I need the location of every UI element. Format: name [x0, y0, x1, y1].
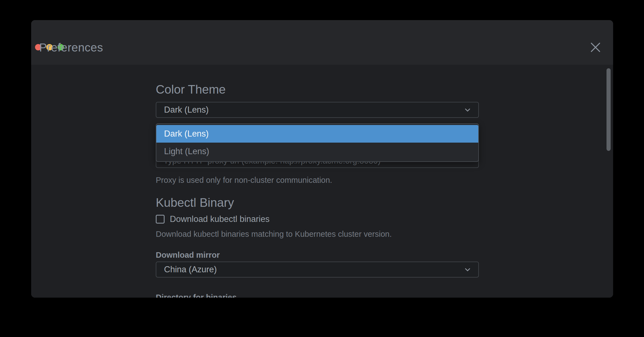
proxy-help-text: Proxy is used only for non-cluster commu… — [156, 175, 332, 185]
close-button[interactable] — [588, 40, 603, 55]
download-mirror-select[interactable]: China (Azure) — [156, 262, 479, 278]
download-mirror-select-value: China (Azure) — [164, 265, 217, 275]
kubectl-help-text: Download kubectl binaries matching to Ku… — [156, 229, 392, 239]
preferences-content: Color Theme Dark (Lens) Dark (Lens) Ligh… — [31, 65, 613, 298]
page-title: Preferences — [39, 41, 103, 54]
chevron-down-icon — [463, 106, 472, 114]
preferences-window: Preferences Color Theme Dark (Lens) — [31, 20, 613, 298]
directory-for-binaries-label: Directory for binaries — [156, 293, 237, 298]
download-kubectl-checkbox-row[interactable]: Download kubectl binaries — [156, 214, 270, 224]
dropdown-option-light-lens[interactable]: Light (Lens) — [156, 143, 478, 160]
download-kubectl-label: Download kubectl binaries — [170, 214, 270, 224]
download-mirror-label: Download mirror — [156, 250, 220, 260]
color-theme-select[interactable]: Dark (Lens) — [156, 102, 479, 118]
color-theme-select-value: Dark (Lens) — [164, 105, 209, 115]
checkbox-icon[interactable] — [156, 215, 165, 224]
dropdown-option-dark-lens[interactable]: Dark (Lens) — [156, 125, 478, 143]
color-theme-heading: Color Theme — [156, 83, 226, 96]
color-theme-dropdown: Dark (Lens) Light (Lens) — [156, 123, 479, 162]
close-icon — [589, 41, 602, 54]
chevron-down-icon — [463, 265, 472, 274]
scrollbar-thumb[interactable] — [607, 68, 611, 151]
titlebar: Preferences — [31, 20, 613, 65]
kubectl-binary-heading: Kubectl Binary — [156, 196, 234, 209]
